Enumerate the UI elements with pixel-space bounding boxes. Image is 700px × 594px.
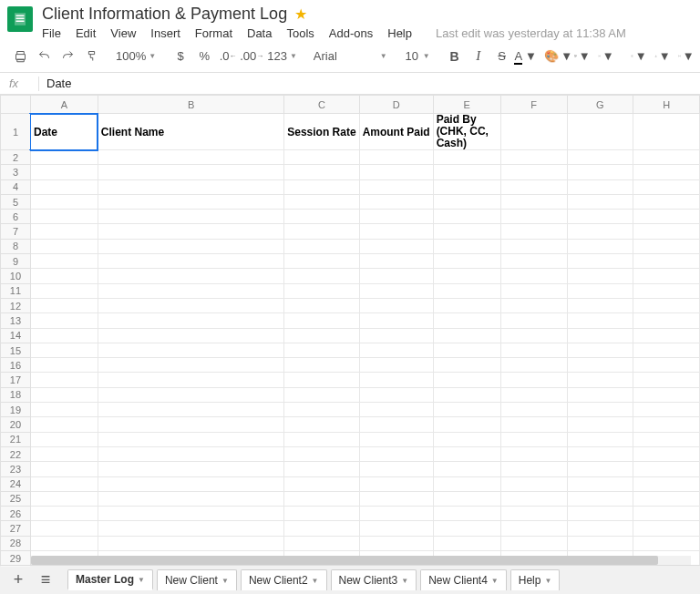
- cell-E4[interactable]: [433, 179, 500, 194]
- cell-A10[interactable]: [30, 269, 98, 283]
- cell-B1[interactable]: Client Name: [98, 114, 283, 150]
- menu-addons[interactable]: Add-ons: [329, 26, 373, 40]
- column-header-D[interactable]: D: [359, 96, 433, 114]
- cell-D15[interactable]: [359, 343, 433, 357]
- row-header-2[interactable]: 2: [1, 150, 31, 165]
- cell-F26[interactable]: [500, 507, 567, 521]
- cell-G20[interactable]: [567, 417, 633, 432]
- cell-A9[interactable]: [30, 254, 98, 269]
- cell-A27[interactable]: [30, 521, 98, 536]
- cell-G21[interactable]: [567, 432, 633, 446]
- row-header-18[interactable]: 18: [1, 387, 31, 402]
- cell-E6[interactable]: [433, 210, 500, 224]
- row-header-19[interactable]: 19: [1, 403, 31, 417]
- merge-button[interactable]: ▼: [595, 45, 617, 68]
- cell-F20[interactable]: [500, 417, 567, 432]
- cell-C11[interactable]: [284, 283, 359, 298]
- cell-F18[interactable]: [500, 387, 567, 402]
- cell-D28[interactable]: [359, 536, 433, 550]
- cell-B20[interactable]: [98, 417, 283, 432]
- row-header-14[interactable]: 14: [1, 328, 31, 343]
- cell-H13[interactable]: [633, 313, 700, 328]
- row-header-4[interactable]: 4: [1, 179, 31, 194]
- cell-A3[interactable]: [30, 165, 98, 179]
- cell-E12[interactable]: [433, 298, 500, 312]
- fontsize-select[interactable]: 10▼: [401, 49, 433, 63]
- print-icon[interactable]: [9, 45, 31, 68]
- cell-G22[interactable]: [567, 446, 633, 461]
- row-header-23[interactable]: 23: [1, 462, 31, 476]
- cell-H16[interactable]: [633, 358, 700, 373]
- valign-button[interactable]: ▼: [652, 45, 674, 68]
- cell-H8[interactable]: [633, 239, 700, 253]
- cell-C9[interactable]: [284, 254, 359, 269]
- row-header-22[interactable]: 22: [1, 446, 31, 461]
- cell-C14[interactable]: [284, 328, 359, 343]
- cell-E19[interactable]: [433, 403, 500, 417]
- cell-C4[interactable]: [284, 179, 359, 194]
- cell-B3[interactable]: [98, 165, 283, 179]
- cell-A11[interactable]: [30, 283, 98, 298]
- cell-D22[interactable]: [359, 446, 433, 461]
- cell-H9[interactable]: [633, 254, 700, 269]
- cell-B13[interactable]: [98, 313, 283, 328]
- cell-H25[interactable]: [633, 491, 700, 506]
- cell-B24[interactable]: [98, 476, 283, 491]
- borders-button[interactable]: ▼: [571, 45, 593, 68]
- cell-G17[interactable]: [567, 373, 633, 387]
- cell-B16[interactable]: [98, 358, 283, 373]
- cell-G13[interactable]: [567, 313, 633, 328]
- cell-A2[interactable]: [30, 150, 98, 165]
- cell-A16[interactable]: [30, 358, 98, 373]
- cell-D10[interactable]: [359, 269, 433, 283]
- cell-D6[interactable]: [359, 210, 433, 224]
- cell-F4[interactable]: [500, 179, 567, 194]
- cell-A7[interactable]: [30, 224, 98, 239]
- cell-G3[interactable]: [567, 165, 633, 179]
- chevron-down-icon[interactable]: ▼: [491, 577, 499, 585]
- font-field-input[interactable]: [314, 49, 377, 63]
- row-header-7[interactable]: 7: [1, 224, 31, 239]
- cell-D11[interactable]: [359, 283, 433, 298]
- cell-D24[interactable]: [359, 476, 433, 491]
- cell-H14[interactable]: [633, 328, 700, 343]
- row-header-29[interactable]: 29: [1, 551, 31, 566]
- sheet-tab-new-client[interactable]: New Client▼: [157, 569, 237, 590]
- cell-H26[interactable]: [633, 507, 700, 521]
- percent-button[interactable]: %: [193, 45, 215, 68]
- cell-D8[interactable]: [359, 239, 433, 253]
- cell-H28[interactable]: [633, 536, 700, 550]
- chevron-down-icon[interactable]: ▼: [401, 577, 408, 585]
- doc-title[interactable]: Client Information & Payment Log: [42, 5, 287, 24]
- cell-E10[interactable]: [433, 269, 500, 283]
- cell-C25[interactable]: [284, 491, 359, 506]
- cell-D21[interactable]: [359, 432, 433, 446]
- cell-B21[interactable]: [98, 432, 283, 446]
- cell-G7[interactable]: [567, 224, 633, 239]
- strikethrough-button[interactable]: S: [491, 45, 513, 68]
- row-header-24[interactable]: 24: [1, 476, 31, 491]
- cell-H20[interactable]: [633, 417, 700, 432]
- cell-C27[interactable]: [284, 521, 359, 536]
- cell-H21[interactable]: [633, 432, 700, 446]
- cell-B8[interactable]: [98, 239, 283, 253]
- cell-G26[interactable]: [567, 507, 633, 521]
- cell-B18[interactable]: [98, 387, 283, 402]
- cell-F11[interactable]: [500, 283, 567, 298]
- cell-E8[interactable]: [433, 239, 500, 253]
- column-header-C[interactable]: C: [284, 96, 359, 114]
- cell-G2[interactable]: [567, 150, 633, 165]
- select-all-corner[interactable]: [1, 96, 31, 114]
- increase-decimal-button[interactable]: .00→: [241, 45, 262, 68]
- cell-F6[interactable]: [500, 210, 567, 224]
- cell-H18[interactable]: [633, 387, 700, 402]
- chevron-down-icon[interactable]: ▼: [544, 577, 551, 585]
- cell-A21[interactable]: [30, 432, 98, 446]
- cell-E17[interactable]: [433, 373, 500, 387]
- italic-button[interactable]: I: [468, 45, 489, 68]
- cell-A18[interactable]: [30, 387, 98, 402]
- fillcolor-button[interactable]: 🎨▼: [548, 45, 570, 68]
- cell-E15[interactable]: [433, 343, 500, 357]
- cell-D26[interactable]: [359, 507, 433, 521]
- cell-E21[interactable]: [433, 432, 500, 446]
